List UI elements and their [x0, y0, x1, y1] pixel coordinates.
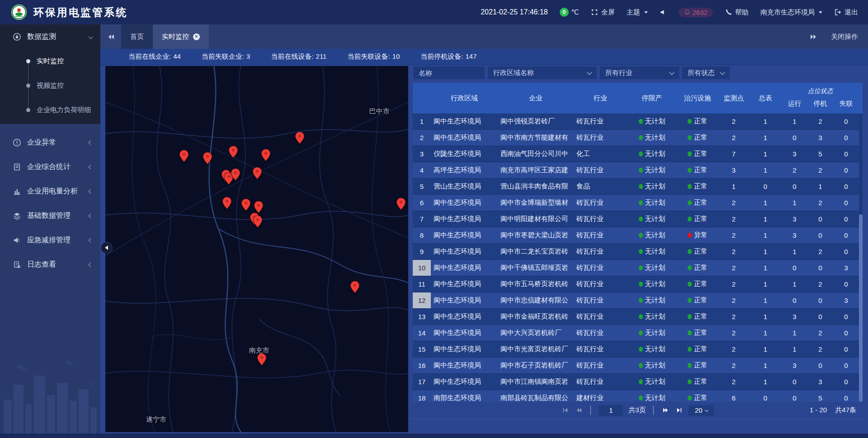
mute-button[interactable] [660, 9, 667, 16]
fullscreen-label: 全屏 [601, 8, 615, 17]
map-pin-icon[interactable] [254, 201, 264, 213]
fullscreen-button[interactable]: 全屏 [591, 8, 615, 17]
sidebar-item-4[interactable]: 基础数据管理 [0, 203, 100, 228]
cell-region: 阆中生态环境局 [431, 215, 498, 223]
table-row[interactable]: 5营山生态环境局营山县润丰肉食品有限食品无计划正常10010 [413, 179, 863, 195]
sidebar-subitem[interactable]: 企业电力负荷明细 [0, 98, 100, 122]
next-page-icon [662, 407, 669, 414]
cell-index: 2 [413, 130, 431, 146]
column-region: 行政区域 [431, 83, 498, 113]
sidebar-subitem[interactable]: 视频监控 [0, 73, 100, 98]
table-row[interactable]: 7阆中生态环境局阆中明阳建材有限公司砖瓦行业无计划正常21300 [413, 211, 863, 227]
table-row[interactable]: 14阆中生态环境局阆中大兴页岩机砖厂砖瓦行业无计划正常21120 [413, 325, 863, 341]
tab-label: 实时监控 [162, 33, 189, 41]
table-row[interactable]: 8阆中生态环境局阆中市枣碧大梁山页岩砖瓦行业无计划异常21300 [413, 227, 863, 244]
cell-monitor-points: 2 [718, 215, 749, 223]
company-alert-icon [13, 138, 21, 147]
scrollbar-thumb[interactable] [859, 214, 863, 402]
notification-badge[interactable]: 2632 [679, 8, 713, 17]
group-title: 点位状态 [782, 83, 859, 96]
sidebar-item-5[interactable]: 应急减排管理 [0, 228, 100, 252]
sidebar-group: 企业综合统计 [0, 155, 100, 179]
industry-select[interactable]: 所有行业 [599, 66, 679, 80]
status-select[interactable]: 所有状态 [682, 66, 730, 80]
table-row[interactable]: 16阆中生态环境局阆中市石子页岩机砖厂砖瓦行业无计划正常21300 [413, 358, 863, 374]
next-page-button[interactable] [661, 406, 670, 414]
map-panel[interactable]: 巴中市南充市遂宁市 [105, 66, 408, 432]
table-row[interactable]: 13阆中生态环境局阆中市金福旺页岩机砖砖瓦行业无计划正常21300 [413, 309, 863, 325]
sidebar-item-2[interactable]: 企业综合统计 [0, 155, 100, 179]
tab-realtime-monitor[interactable]: 实时监控 ✕ [153, 24, 209, 49]
close-operations-button[interactable]: 关闭操作 [831, 33, 858, 41]
map-pin-icon[interactable] [350, 281, 360, 293]
cell-monitor-points: 2 [718, 362, 749, 369]
theme-button[interactable]: 主题 [627, 8, 648, 17]
cell-offline: 0 [833, 394, 859, 402]
status-dot [688, 265, 692, 270]
last-page-button[interactable] [675, 406, 683, 414]
table-scrollbar[interactable] [859, 113, 863, 402]
tab-close-icon[interactable]: ✕ [193, 33, 200, 40]
map-pin-icon[interactable] [261, 149, 271, 161]
table-row[interactable]: 4高坪生态环境局南充市高坪区王家店建砖瓦行业无计划正常31220 [413, 162, 863, 179]
cell-industry: 砖瓦行业 [574, 198, 627, 207]
cell-running: 0 [782, 183, 807, 190]
table-row[interactable]: 18南部生态环境局南部县砖瓦制品有限公建材行业无计划正常60050 [413, 390, 863, 402]
cell-stopped: 0 [807, 215, 833, 223]
map-pin-icon[interactable] [253, 215, 263, 228]
table-row[interactable]: 2阆中生态环境局阆中市南方节能建材有砖瓦行业无计划正常21030 [413, 130, 863, 146]
sidebar-item-0[interactable]: 数据监测 [0, 24, 100, 49]
sidebar-item-6[interactable]: 日志查看 [0, 252, 100, 277]
table-row[interactable]: 17阆中生态环境局阆中市江南镇阆南页岩砖瓦行业无计划正常21030 [413, 374, 863, 390]
table-row[interactable]: 12阆中生态环境局阆中市忠信建材有限公砖瓦行业无计划正常21003 [413, 292, 863, 309]
theme-label: 主题 [627, 8, 640, 17]
map-pin-icon[interactable] [295, 132, 305, 144]
map-pin-icon[interactable] [241, 198, 250, 211]
org-selector[interactable]: 南充市生态环境局 [760, 8, 822, 17]
status-dot [639, 184, 643, 189]
status-dot [688, 379, 692, 384]
chevron-left-icon [89, 189, 93, 193]
page-size-select[interactable]: 20 [689, 405, 714, 416]
map-pin-icon[interactable] [222, 197, 232, 209]
map-pin-icon[interactable] [228, 146, 238, 158]
tabs-scroll-left-button[interactable] [100, 24, 121, 49]
sidebar-subitem[interactable]: 实时监控 [0, 49, 100, 73]
logout-label: 退出 [844, 8, 858, 17]
cell-region: 阆中生态环境局 [431, 361, 498, 370]
cell-index: 1 [413, 113, 431, 129]
table-row[interactable]: 3仪陇生态环境局西南油气田分公司川中化工无计划正常71350 [413, 146, 863, 162]
region-select[interactable]: 行政区域名称 [487, 66, 597, 80]
cell-running: 1 [782, 329, 807, 337]
prev-page-button[interactable] [575, 406, 583, 414]
table-row[interactable]: 6阆中生态环境局阆中市金博瑞新型墙材砖瓦行业无计划正常21120 [413, 195, 863, 211]
cell-region: 阆中生态环境局 [431, 312, 498, 321]
map-pin-icon[interactable] [179, 150, 189, 162]
map-pin-icon[interactable] [257, 353, 267, 366]
map-pin-icon[interactable] [203, 152, 212, 165]
table-row[interactable]: 1阆中生态环境局阆中强锐页岩砖厂砖瓦行业无计划正常21120 [413, 113, 863, 130]
help-button[interactable]: 帮助 [725, 8, 749, 17]
map-pin-icon[interactable] [396, 198, 406, 210]
cell-production-status: 无计划 [627, 247, 677, 256]
column-industry: 行业 [574, 83, 627, 113]
company-stats-icon [13, 163, 21, 171]
map-pin-icon[interactable] [252, 167, 262, 179]
tabs-scroll-right-button[interactable] [810, 33, 817, 41]
name-search-input[interactable] [413, 66, 485, 80]
tab-bar: 首页 实时监控 ✕ 关闭操作 [100, 24, 868, 49]
table-row[interactable]: 15阆中生态环境局阆中市光富页岩机砖厂砖瓦行业无计划正常21120 [413, 341, 863, 358]
tab-home[interactable]: 首页 [121, 24, 153, 49]
page-number-input[interactable] [599, 405, 623, 416]
sidebar-item-3[interactable]: 企业用电量分析 [0, 179, 100, 203]
table-row[interactable]: 11阆中生态环境局阆中市五马桥页岩机砖砖瓦行业无计划正常21120 [413, 276, 863, 292]
column-offline: 失联 [833, 99, 859, 108]
map-pin-icon[interactable] [231, 168, 241, 181]
logout-button[interactable]: 退出 [834, 8, 858, 17]
first-page-button[interactable] [561, 406, 570, 414]
stat-value: 44 [173, 52, 181, 60]
table-row[interactable]: 9阆中生态环境局阆中市二龙长宝页岩砖砖瓦行业无计划正常21120 [413, 244, 863, 260]
sidebar-item-1[interactable]: 企业异常 [0, 130, 100, 155]
table-row[interactable]: 10阆中生态环境局阆中千佛镇五郎垭页岩砖瓦行业无计划正常21003 [413, 260, 863, 276]
map-collapse-handle[interactable] [101, 242, 113, 254]
